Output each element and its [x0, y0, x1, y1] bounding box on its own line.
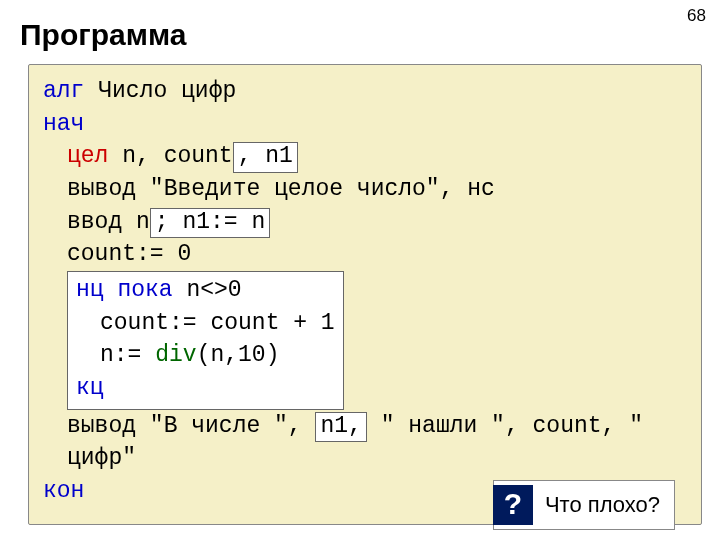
- insert-n1-out: n1,: [315, 412, 366, 443]
- question-callout: ? Что плохо?: [493, 480, 675, 530]
- code-line-8: вывод "В числе ", n1, " нашли ", count, …: [43, 410, 687, 475]
- output-tail: , нс: [440, 176, 495, 202]
- fn-div: div: [155, 342, 196, 368]
- insert-n1-assign: ; n1:= n: [150, 208, 270, 239]
- loop-cond: n<>0: [173, 277, 242, 303]
- kw-loop-end: кц: [76, 375, 104, 401]
- slide-title: Программа: [0, 0, 720, 64]
- kw-end: кон: [43, 478, 84, 504]
- code-panel: алг Число цифр нач цел n, count, n1 выво…: [28, 64, 702, 525]
- kw-alg: алг: [43, 78, 84, 104]
- str2b: " нашли ": [367, 413, 505, 439]
- question-mark-icon: ?: [493, 485, 533, 525]
- output2-kw: вывод: [67, 413, 150, 439]
- loop-header: нц пока n<>0: [76, 274, 335, 307]
- count-out: , count,: [505, 413, 629, 439]
- var-decl: n, count: [108, 143, 232, 169]
- kw-loop-start: нц пока: [76, 277, 173, 303]
- code-line-1: алг Число цифр: [43, 75, 687, 108]
- insert-n1-decl: , n1: [233, 142, 298, 173]
- kw-type: цел: [67, 143, 108, 169]
- question-text: Что плохо?: [545, 489, 660, 520]
- comma1: ,: [288, 413, 316, 439]
- string-literal: "Введите целое число": [150, 176, 440, 202]
- loop-end: кц: [76, 372, 335, 405]
- assign-n: n:=: [100, 342, 155, 368]
- code-line-2: нач: [43, 108, 687, 141]
- kw-begin: нач: [43, 111, 84, 137]
- output-kw: вывод: [67, 176, 150, 202]
- code-line-4: вывод "Введите целое число", нс: [43, 173, 687, 206]
- div-args: (n,10): [197, 342, 280, 368]
- loop-body-1: count:= count + 1: [76, 307, 335, 340]
- code-line-5: ввод n; n1:= n: [43, 206, 687, 239]
- str2a: "В числе ": [150, 413, 288, 439]
- page-number: 68: [687, 6, 706, 26]
- code-line-6: count:= 0: [43, 238, 687, 271]
- loop-block: нц пока n<>0 count:= count + 1 n:= div(n…: [67, 271, 344, 410]
- program-name: Число цифр: [84, 78, 236, 104]
- loop-body-2: n:= div(n,10): [76, 339, 335, 372]
- input-stmt: ввод n: [67, 209, 150, 235]
- code-line-3: цел n, count, n1: [43, 140, 687, 173]
